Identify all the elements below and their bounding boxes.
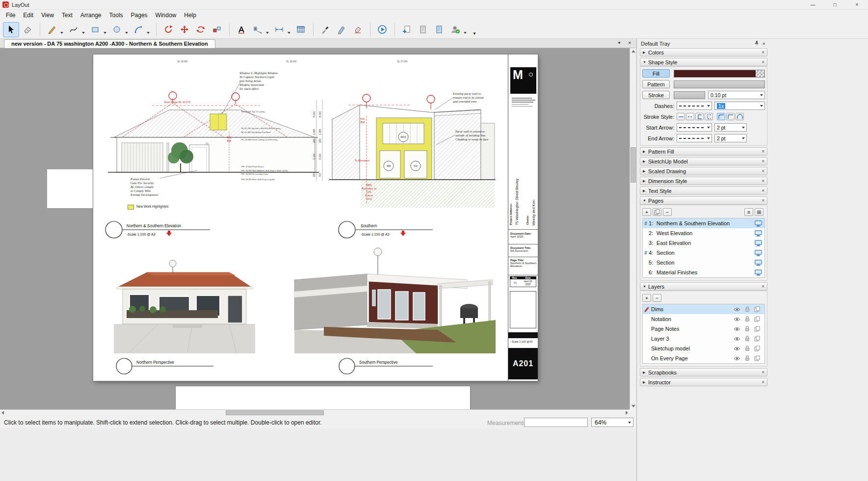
- start-arrow-select[interactable]: [677, 123, 712, 132]
- stroke-style-option-3[interactable]: [695, 113, 704, 120]
- close-button[interactable]: ×: [846, 0, 868, 10]
- scroll-left-icon[interactable]: [1, 411, 4, 415]
- panel-close-icon[interactable]: ×: [762, 159, 764, 164]
- dash-scale-select[interactable]: 1x: [714, 102, 765, 110]
- party-wall-extend-annotation[interactable]: Party wall to extend to outside of build…: [455, 130, 504, 141]
- northern-perspective-render[interactable]: [114, 260, 255, 353]
- split-tool-button[interactable]: [209, 22, 225, 37]
- page-list-item[interactable]: 2: West Elevation: [643, 228, 764, 238]
- panel-close-icon[interactable]: ×: [762, 50, 764, 55]
- delete-layer-button[interactable]: −: [653, 294, 661, 302]
- stroke-style-option-2[interactable]: [686, 113, 694, 120]
- layer-visibility-icon[interactable]: [734, 337, 740, 341]
- page-list-item[interactable]: 3: East Elevation: [643, 238, 764, 248]
- presentation-icon[interactable]: [755, 240, 762, 246]
- tab-close-icon[interactable]: ×: [628, 40, 631, 46]
- layer-visibility-icon[interactable]: [734, 356, 740, 361]
- arc-tool-caret[interactable]: [147, 32, 150, 34]
- layer-share-icon[interactable]: [754, 326, 760, 332]
- stroke-style-option-4[interactable]: [705, 113, 713, 120]
- presentation-icon[interactable]: [755, 230, 762, 237]
- layer-list-item[interactable]: Notation: [643, 314, 764, 324]
- panel-pages[interactable]: ▼ Pages ×: [640, 196, 767, 205]
- southern-elevation-drawing[interactable]: W10 W9 D3: [329, 94, 496, 208]
- menu-edit[interactable]: Edit: [19, 11, 37, 20]
- layer-share-icon[interactable]: [754, 336, 760, 342]
- pattern-toggle[interactable]: Pattern: [642, 80, 670, 88]
- spin-tool-button[interactable]: [192, 22, 209, 37]
- page-list-item[interactable]: # 1: Northern & Southern Elevation: [643, 218, 764, 228]
- delete-page-button[interactable]: −: [663, 208, 672, 216]
- measurements-input[interactable]: [524, 418, 588, 427]
- previous-page-button[interactable]: [415, 22, 431, 37]
- add-page-button[interactable]: [398, 22, 415, 37]
- horizontal-scrollbar[interactable]: [0, 409, 630, 416]
- page-list-item[interactable]: 5: Section: [643, 258, 764, 267]
- panel-text-style[interactable]: ▶ Text Style ×: [640, 187, 767, 195]
- panel-close-icon[interactable]: ×: [762, 198, 764, 203]
- layer-lock-icon[interactable]: [745, 355, 750, 361]
- paper-sheet[interactable]: EL 39.000 EL 39.000 EL 37.000 Roof Ridge…: [93, 54, 538, 381]
- layer-list-item[interactable]: Layer 3: [643, 334, 764, 344]
- label-tool-caret[interactable]: [266, 32, 269, 34]
- layer-lock-icon[interactable]: [745, 326, 750, 332]
- rectangle-tool-caret[interactable]: [104, 32, 106, 34]
- menu-file[interactable]: File: [2, 11, 19, 20]
- layer-share-icon[interactable]: [754, 306, 760, 312]
- line-tool-caret[interactable]: [60, 32, 63, 34]
- panel-scrapbooks[interactable]: ▶ Scrapbooks ×: [640, 368, 767, 376]
- panel-close-icon[interactable]: ×: [762, 149, 764, 154]
- style-tool-button[interactable]: [333, 22, 349, 37]
- layer-visibility-icon[interactable]: [734, 317, 740, 321]
- window6-annotation[interactable]: Window 6 -Highlight Window To Capture No…: [239, 71, 289, 91]
- eyedropper-tool-button[interactable]: [317, 22, 333, 37]
- panel-close-icon[interactable]: ×: [762, 284, 764, 289]
- panel-shape-style[interactable]: ▼ Shape Style ×: [640, 58, 767, 66]
- end-arrow-select[interactable]: [677, 134, 712, 142]
- boundary-marker-left[interactable]: 931 BW: [223, 136, 236, 143]
- layer-lock-icon[interactable]: [745, 316, 750, 322]
- layer-list-item[interactable]: Sketchup model: [643, 344, 764, 353]
- tray-close-icon[interactable]: ×: [763, 41, 766, 47]
- northern-elevation-drawing[interactable]: Roof Ridge RL 43.270: [108, 92, 319, 173]
- titleblock[interactable]: M Project Address: 75 Washington Street …: [508, 54, 538, 381]
- presentation-icon[interactable]: [755, 269, 762, 276]
- layer-lock-icon[interactable]: [745, 346, 750, 351]
- layer-lock-icon[interactable]: [745, 306, 750, 312]
- table-tool-button[interactable]: [292, 22, 309, 37]
- panel-close-icon[interactable]: ×: [762, 188, 764, 193]
- panel-sketchup-model[interactable]: ▶ SketchUp Model ×: [640, 157, 767, 165]
- add-page-button[interactable]: +: [642, 208, 651, 216]
- menu-window[interactable]: Window: [152, 11, 181, 20]
- menu-arrange[interactable]: Arrange: [77, 11, 105, 20]
- to-elevation-note[interactable]: To Elevation: [349, 159, 375, 162]
- southern-perspective-render[interactable]: [294, 274, 496, 353]
- panel-close-icon[interactable]: ×: [762, 168, 764, 174]
- panel-close-icon[interactable]: ×: [762, 178, 764, 184]
- stroke-width-select[interactable]: 0.10 pt: [708, 91, 765, 99]
- eraser-tool-button[interactable]: [19, 22, 35, 37]
- minimize-button[interactable]: —: [802, 0, 824, 10]
- offsheet-object[interactable]: [47, 169, 93, 208]
- panel-scaled-drawing[interactable]: ▶ Scaled Drawing ×: [640, 167, 767, 175]
- panel-pattern-fill[interactable]: ▶ Pattern Fill ×: [640, 147, 767, 156]
- panel-close-icon[interactable]: ×: [762, 370, 764, 375]
- page-list-item[interactable]: # 4: Section: [643, 248, 764, 258]
- layer-list-item[interactable]: Page Notes: [643, 324, 764, 334]
- add-layer-button[interactable]: +: [642, 294, 651, 302]
- rotate-tool-button[interactable]: [160, 22, 176, 37]
- layer-share-icon[interactable]: [754, 355, 760, 361]
- boundary-marker-right[interactable]: 931 BW: [356, 117, 369, 124]
- layer-visibility-icon[interactable]: [734, 327, 740, 331]
- menu-text[interactable]: Text: [58, 11, 77, 20]
- layer-list-item[interactable]: Dims: [643, 304, 764, 314]
- new-work-legend-label[interactable]: New Work Highlighted: [136, 205, 195, 209]
- horizontal-scroll-thumb[interactable]: [226, 410, 324, 415]
- stroke-color-swatch[interactable]: [674, 91, 705, 99]
- select-tool-button[interactable]: [3, 22, 19, 37]
- panel-instructor[interactable]: ▶ Instructor ×: [640, 378, 767, 386]
- panel-close-icon[interactable]: ×: [762, 59, 764, 65]
- presentation-icon[interactable]: [755, 260, 762, 266]
- next-page-button[interactable]: [431, 22, 447, 37]
- panel-dimension-style[interactable]: ▶ Dimension Style ×: [640, 177, 767, 185]
